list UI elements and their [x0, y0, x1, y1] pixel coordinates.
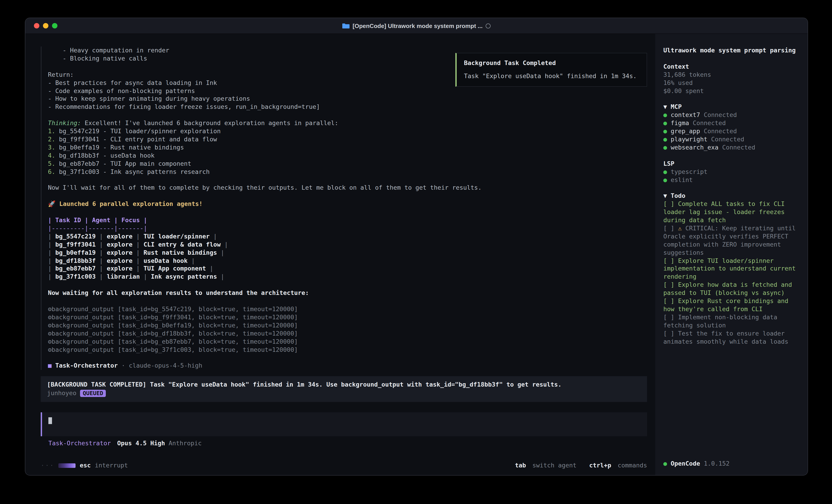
line: 5. bg_eb87ebb7 - TUI App main component: [48, 160, 647, 168]
line: [664, 55, 800, 63]
terminal-output: - Heavy computation in render - Blocking…: [41, 47, 647, 370]
line: ▼ MCP: [664, 103, 800, 111]
line: 31,686 tokens: [664, 71, 800, 79]
line: ● figma Connected: [664, 119, 800, 128]
terminal-window: [OpenCode] Ultrawork mode system prompt …: [25, 18, 808, 476]
line: 1. bg_5547c219 - TUI loader/spinner expl…: [48, 128, 647, 136]
line: - How to keep spinner animating during h…: [48, 95, 647, 103]
sidebar: Ultrawork mode system prompt parsing Con…: [655, 34, 808, 475]
tab-key: tab: [515, 461, 526, 469]
agent-bar: Task-OrchestratorOpus 4.5 HighAnthropic: [41, 440, 647, 448]
line: [ ] Explore TUI loader/spinner implement…: [664, 257, 800, 281]
line: ● typescript: [664, 168, 800, 176]
line: Context: [664, 63, 800, 71]
line: [664, 95, 800, 103]
status-bar: ··· esc interrupt tab switch agent ctrl+…: [41, 458, 647, 470]
sidebar-footer: ● OpenCode 1.0.152: [664, 460, 730, 468]
activity-meter: [58, 464, 76, 468]
line: 16% used: [664, 79, 800, 87]
line: ▼ Todo: [664, 192, 800, 200]
line: [48, 208, 647, 216]
sidebar-content: Ultrawork mode system prompt parsing Con…: [664, 47, 800, 346]
line: ⚙background_output [task_id=bg_37f1c003,…: [48, 346, 647, 354]
line: ⚙background_output [task_id=bg_df18bb3f,…: [48, 330, 647, 338]
line: ● eslint: [664, 176, 800, 184]
line: $0.00 spent: [664, 87, 800, 95]
completed-banner: [BACKGROUND TASK COMPLETED] Task "Explor…: [41, 376, 647, 402]
line: Now I'll wait for all of them to complet…: [48, 184, 647, 192]
toast-title: Background Task Completed: [464, 59, 640, 67]
window-controls: [34, 18, 57, 33]
line: Ultrawork mode system prompt parsing: [664, 47, 800, 55]
line: ⚙background_output [task_id=bg_f9ff3041,…: [48, 313, 647, 321]
tab-label: switch agent: [532, 461, 576, 469]
status-bar-left: ··· esc interrupt: [41, 461, 128, 470]
line: | bg_df18bb3f | explore | useData hook |: [48, 257, 647, 265]
line: Thinking: Excellent! I've launched 6 bac…: [48, 119, 647, 128]
line: ⚙background_output [task_id=bg_5547c219,…: [48, 305, 647, 313]
line: [48, 354, 647, 362]
line: [ ] Test the fix to ensure loader animat…: [664, 330, 800, 346]
line: | bg_eb87ebb7 | explore | TUI App compon…: [48, 265, 647, 273]
line: ⚙background_output [task_id=bg_eb87ebb7,…: [48, 338, 647, 346]
window-title-text: [OpenCode] Ultrawork mode system prompt …: [353, 22, 483, 29]
esc-label: interrupt: [95, 461, 128, 470]
line: 🚀 Launched 6 parallel exploration agents…: [48, 200, 647, 208]
line: [ ] Implement non-blocking data fetching…: [664, 313, 800, 330]
window-content: Background Task Completed Task "Explore …: [25, 34, 808, 475]
desktop: [OpenCode] Ultrawork mode system prompt …: [0, 0, 832, 504]
minimize-button[interactable]: [43, 23, 48, 28]
banner-user: junhoyeo: [47, 389, 76, 397]
app-name: OpenCode: [671, 460, 700, 467]
model-name: Opus 4.5 High: [117, 440, 165, 447]
close-button[interactable]: [34, 23, 40, 28]
activity-dots: ···: [41, 461, 54, 470]
line: - Recommendations for fixing loader free…: [48, 103, 647, 111]
line: [48, 111, 647, 119]
line: [ ] Explore how data is fetched and pass…: [664, 281, 800, 298]
line: [48, 176, 647, 184]
line: ● websearch_exa Connected: [664, 144, 800, 152]
provider-name: Anthropic: [168, 440, 202, 447]
line: 6. bg_37f1c003 - Ink async patterns rese…: [48, 168, 647, 176]
line: [664, 152, 800, 160]
banner-status-badge: QUEUED: [80, 390, 106, 397]
esc-key: esc: [80, 461, 91, 470]
line: |---------|-------|-------|: [48, 224, 647, 232]
line: [48, 297, 647, 305]
line: 3. bg_b0effa19 - Rust native bindings: [48, 144, 647, 152]
line: Now waiting for all exploration results …: [48, 289, 647, 297]
line: - Code examples of non-blocking patterns: [48, 87, 647, 95]
line: LSP: [664, 160, 800, 168]
agent-name: Task-Orchestrator: [48, 440, 111, 447]
background-task-toast[interactable]: Background Task Completed Task "Explore …: [456, 53, 647, 87]
line: [ ] Explore Rust core bindings and how t…: [664, 297, 800, 313]
app-status-dot: ●: [664, 460, 671, 467]
line: ● grep_app Connected: [664, 128, 800, 136]
line: | Task ID | Agent | Focus |: [48, 216, 647, 224]
line: [48, 192, 647, 200]
line: ⚙background_output [task_id=bg_b0effa19,…: [48, 321, 647, 330]
line: [48, 281, 647, 289]
line: | bg_37f1c003 | librarian | Ink async pa…: [48, 273, 647, 281]
ctrlp-label: commands: [618, 461, 647, 469]
line: [ ] Complete ALL tasks to fix CLI loader…: [664, 200, 800, 224]
banner-meta: junhoyeo QUEUED: [47, 389, 641, 397]
titlebar: [OpenCode] Ultrawork mode system prompt …: [25, 18, 808, 34]
banner-text: [BACKGROUND TASK COMPLETED] Task "Explor…: [47, 381, 641, 389]
line: ● context7 Connected: [664, 111, 800, 119]
line: 4. bg_df18bb3f - useData hook: [48, 152, 647, 160]
line: | bg_5547c219 | explore | TUI loader/spi…: [48, 232, 647, 241]
line: 2. bg_f9ff3041 - CLI entry point and dat…: [48, 136, 647, 144]
window-title: [OpenCode] Ultrawork mode system prompt …: [342, 22, 491, 29]
line: ● playwright Connected: [664, 136, 800, 144]
status-bar-right: tab switch agent ctrl+p commands: [512, 461, 647, 470]
prompt-input[interactable]: [41, 412, 647, 436]
zoom-button[interactable]: [52, 23, 57, 28]
line: | bg_f9ff3041 | explore | CLI entry & da…: [48, 241, 647, 249]
line: [664, 184, 800, 192]
toast-body: Task "Explore useData hook" finished in …: [464, 72, 640, 80]
line: ■ Task-Orchestrator · claude-opus-4-5-hi…: [48, 362, 647, 370]
folder-icon: [342, 23, 349, 29]
line: [ ] ⚠ CRITICAL: Keep iterating until Ora…: [664, 224, 800, 257]
